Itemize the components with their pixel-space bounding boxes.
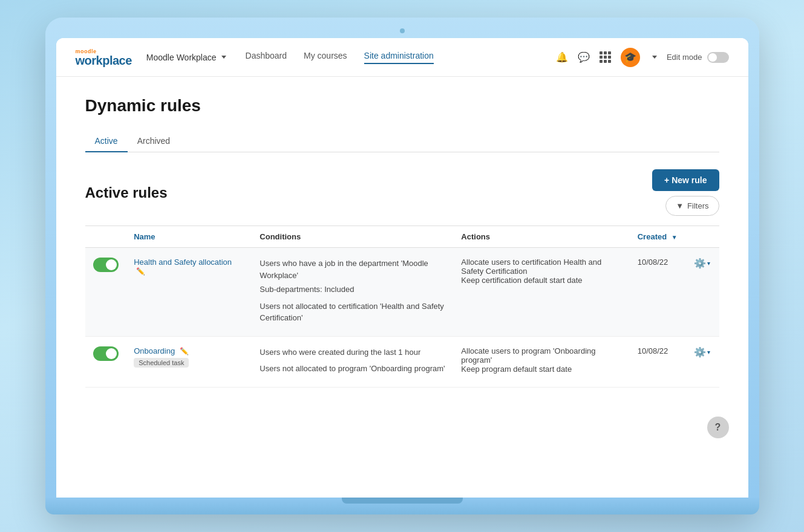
rule-toggle-cell-2 <box>85 336 127 387</box>
rule-name-link-2[interactable]: Onboarding <box>134 346 175 355</box>
rule-action-text-1: Allocate users to certification Health a… <box>461 258 623 285</box>
laptop-camera <box>400 28 405 33</box>
col-gear <box>687 226 719 248</box>
rule-conditions-cell-1: Users who have a job in the department '… <box>252 248 454 337</box>
brand-name: Moodle Workplace <box>146 53 226 62</box>
main-content: Dynamic rules Active Archived Active rul… <box>56 77 748 407</box>
rule-name-cell-2: Onboarding ✏️ Scheduled task <box>126 336 252 387</box>
tabs-container: Active Archived <box>85 130 719 152</box>
rule-created-cell-1: 10/08/22 <box>630 248 687 337</box>
gear-icon-2: ⚙️ <box>694 346 706 358</box>
rule-actions-cell-2: Allocate users to program 'Onboarding pr… <box>454 336 630 387</box>
col-name[interactable]: Name <box>126 226 252 248</box>
moodle-logo: moodle workplace <box>76 48 132 66</box>
edit-mode-toggle[interactable]: Edit mode <box>667 52 729 63</box>
rule-name-cell-1: Health and Safety allocation ✏️ <box>126 248 252 337</box>
col-conditions: Conditions <box>252 226 454 248</box>
table-row: Health and Safety allocation ✏️ Users wh… <box>85 248 719 337</box>
rules-table: Name Conditions Actions Created ▼ <box>85 225 719 388</box>
rule-conditions-cell-2: Users who were created during the last 1… <box>252 336 454 387</box>
table-row: Onboarding ✏️ Scheduled task Users who w… <box>85 336 719 387</box>
condition-item: Users not allocated to certification 'He… <box>260 300 446 324</box>
filters-button[interactable]: ▼ Filters <box>665 196 719 216</box>
chat-icon[interactable]: 💬 <box>578 51 590 63</box>
navbar: moodle workplace Moodle Workplace Dashbo… <box>56 38 748 77</box>
page-title: Dynamic rules <box>85 96 719 115</box>
chevron-down-icon-2: ▾ <box>707 349 710 355</box>
rule-gear-button-1[interactable]: ⚙️ ▾ <box>694 258 711 269</box>
nav-links: Dashboard My courses Site administration <box>246 51 556 64</box>
nav-actions: 🔔 💬 🎓 Edit mode <box>556 48 729 67</box>
tab-archived[interactable]: Archived <box>128 130 180 152</box>
col-actions: Actions <box>454 226 630 248</box>
condition-item: Users who have a job in the department '… <box>260 258 446 281</box>
rule-actions-cell-1: Allocate users to certification Health a… <box>454 248 630 337</box>
edit-pencil-icon-1[interactable]: ✏️ <box>136 267 145 276</box>
condition-item: Sub-departments: Included <box>260 284 446 296</box>
rule-action-text-2: Allocate users to program 'Onboarding pr… <box>461 346 623 374</box>
rule-gear-cell-1: ⚙️ ▾ <box>687 248 719 337</box>
filter-icon: ▼ <box>676 201 684 210</box>
avatar-caret-icon <box>652 56 657 59</box>
table-header-row: Name Conditions Actions Created ▼ <box>85 226 719 248</box>
rule-enabled-toggle-1[interactable] <box>93 258 119 272</box>
bell-icon[interactable]: 🔔 <box>556 51 568 63</box>
user-avatar[interactable]: 🎓 <box>621 48 640 67</box>
rule-name-link-1[interactable]: Health and Safety allocation <box>134 258 232 267</box>
section-header: Active rules + New rule ▼ Filters <box>85 169 719 216</box>
col-toggle <box>85 226 127 248</box>
nav-link-my-courses[interactable]: My courses <box>304 51 347 64</box>
col-created[interactable]: Created ▼ <box>630 226 687 248</box>
edit-mode-label: Edit mode <box>667 53 702 62</box>
moodle-brand-text: moodle <box>76 48 132 54</box>
new-rule-button[interactable]: + New rule <box>652 169 719 191</box>
active-rules-section: Active rules + New rule ▼ Filters <box>85 169 719 388</box>
workplace-brand-text: workplace <box>76 54 132 66</box>
nav-link-dashboard[interactable]: Dashboard <box>246 51 287 64</box>
sort-down-icon: ▼ <box>672 234 678 241</box>
brand-caret-icon <box>221 56 226 59</box>
help-button[interactable]: ? <box>707 417 729 438</box>
rule-gear-button-2[interactable]: ⚙️ ▾ <box>694 346 711 358</box>
grid-icon[interactable] <box>600 51 611 63</box>
brand-dropdown[interactable]: Moodle Workplace <box>146 53 226 62</box>
rule-created-cell-2: 10/08/22 <box>630 336 687 387</box>
section-actions: + New rule ▼ Filters <box>652 169 719 216</box>
rule-enabled-toggle-2[interactable] <box>93 346 119 361</box>
chevron-down-icon-1: ▾ <box>707 260 710 267</box>
condition-item: Users not allocated to program 'Onboardi… <box>260 363 446 375</box>
tab-active[interactable]: Active <box>85 130 128 152</box>
nav-link-site-admin[interactable]: Site administration <box>364 51 434 64</box>
active-rules-title: Active rules <box>85 184 168 201</box>
scheduled-task-badge: Scheduled task <box>134 358 189 368</box>
rule-toggle-cell <box>85 248 127 337</box>
edit-pencil-icon-2[interactable]: ✏️ <box>180 347 189 355</box>
rule-gear-cell-2: ⚙️ ▾ <box>687 336 719 387</box>
laptop-base <box>45 498 759 514</box>
condition-item: Users who were created during the last 1… <box>260 346 446 358</box>
gear-icon-1: ⚙️ <box>694 258 706 269</box>
edit-mode-switch[interactable] <box>707 52 729 63</box>
